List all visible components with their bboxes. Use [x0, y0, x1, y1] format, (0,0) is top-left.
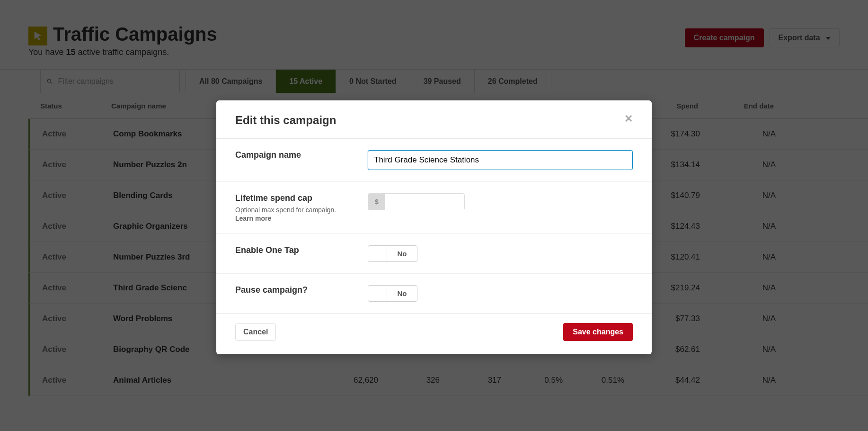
pause-label: Pause campaign? [235, 285, 358, 295]
dollar-prefix: $ [368, 194, 385, 210]
spend-cap-input[interactable] [385, 194, 464, 210]
save-button[interactable]: Save changes [563, 323, 633, 341]
cancel-button[interactable]: Cancel [235, 323, 276, 341]
campaign-name-input[interactable] [368, 150, 633, 170]
campaign-name-label: Campaign name [235, 150, 358, 160]
modal-overlay[interactable]: Edit this campaign ✕ Campaign name Lifet… [0, 0, 868, 431]
spend-cap-label: Lifetime spend cap Optional max spend fo… [235, 193, 358, 222]
pause-toggle[interactable]: No [368, 285, 417, 302]
learn-more-link[interactable]: Learn more [235, 215, 358, 222]
spend-cap-input-group: $ [368, 193, 465, 210]
one-tap-label: Enable One Tap [235, 245, 358, 255]
close-icon[interactable]: ✕ [624, 114, 633, 124]
edit-campaign-modal: Edit this campaign ✕ Campaign name Lifet… [216, 100, 652, 354]
one-tap-toggle[interactable]: No [368, 245, 417, 262]
modal-title: Edit this campaign [235, 114, 336, 127]
